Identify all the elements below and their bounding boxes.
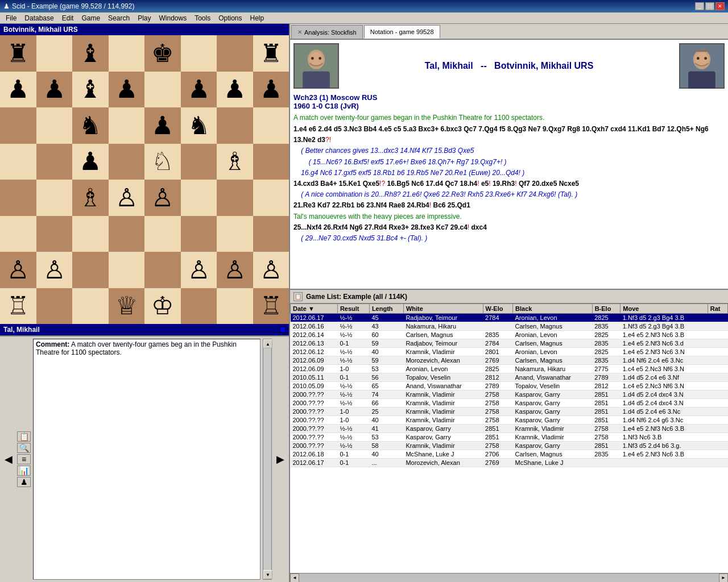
scroll-down-arrow[interactable]: ▼ xyxy=(263,570,272,579)
square-b3[interactable] xyxy=(36,216,73,252)
square-a5[interactable] xyxy=(0,144,36,180)
table-row[interactable]: 2012.06.16½-½43Nakamura, HikaruCarlsen, … xyxy=(291,322,728,331)
square-f2[interactable]: ♙ xyxy=(181,252,217,288)
square-d6[interactable] xyxy=(109,107,145,144)
table-row[interactable]: 2000.??.??½-½58Kramnik, Vladimir2758Kasp… xyxy=(291,442,728,450)
square-b1[interactable] xyxy=(36,288,73,325)
square-b5[interactable] xyxy=(36,144,73,180)
square-d5[interactable] xyxy=(109,144,145,180)
square-e5[interactable]: ♘ xyxy=(144,144,181,180)
close-button[interactable]: ✕ xyxy=(715,2,725,10)
square-h3[interactable] xyxy=(253,216,289,252)
square-b2[interactable]: ♙ xyxy=(36,252,73,288)
menu-help[interactable]: Help xyxy=(247,13,268,23)
col-length[interactable]: Length xyxy=(369,304,403,314)
nav-prev-button[interactable]: ◀ xyxy=(2,339,15,580)
square-d3[interactable] xyxy=(109,216,145,252)
col-white[interactable]: White xyxy=(403,304,483,314)
square-e8[interactable]: ♚ xyxy=(144,35,181,72)
scroll-track-h[interactable] xyxy=(299,573,719,583)
table-row[interactable]: 2000.??.??1-025Kramnik, Vladimir2758Kasp… xyxy=(291,408,728,416)
chess-board[interactable]: ♜ ♝ ♚ ♜ ♟ ♟ ♝ ♟ ♟ ♟ ♟ ♞ xyxy=(0,35,289,324)
square-e1[interactable]: ♔ xyxy=(144,288,181,325)
square-e3[interactable] xyxy=(144,216,181,252)
minimize-button[interactable]: _ xyxy=(695,2,704,10)
square-c1[interactable] xyxy=(72,288,109,325)
square-e4[interactable]: ♙ xyxy=(144,180,181,216)
scroll-thumb[interactable] xyxy=(263,348,271,570)
square-c8[interactable]: ♝ xyxy=(72,35,109,72)
scroll-up-arrow[interactable]: ▲ xyxy=(263,339,272,348)
board-icon-button[interactable]: ♟ xyxy=(17,477,31,487)
col-belo[interactable]: B-Elo xyxy=(592,304,621,314)
tab-close-analysis[interactable]: ✕ xyxy=(297,29,302,35)
bottom-scrollbar[interactable]: ◄ ► xyxy=(290,573,728,582)
col-result[interactable]: Result xyxy=(337,304,369,314)
maximize-button[interactable]: □ xyxy=(705,2,714,10)
table-row[interactable]: 2000.??.??½-½66Kramnik, Vladimir2758Kasp… xyxy=(291,399,728,408)
square-g5[interactable]: ♗ xyxy=(217,144,253,180)
table-row[interactable]: 2010.05.09½-½65Anand, Viswanathar2789Top… xyxy=(291,382,728,390)
square-a3[interactable] xyxy=(0,216,36,252)
square-e7[interactable] xyxy=(144,72,181,108)
square-f6[interactable]: ♞ xyxy=(181,107,217,144)
lines-icon-button[interactable]: ≡ xyxy=(17,454,31,464)
square-g4[interactable] xyxy=(217,180,253,216)
menu-options[interactable]: Options xyxy=(215,13,245,23)
square-c2[interactable] xyxy=(72,252,109,288)
square-c3[interactable] xyxy=(72,216,109,252)
table-row[interactable]: 2012.06.091-053Aronian, Levon2825Nakamur… xyxy=(291,365,728,373)
square-h1[interactable]: ♖ xyxy=(253,288,289,325)
table-row[interactable]: 2010.05.110-156Topalov, Veselin2812Anand… xyxy=(291,373,728,382)
scroll-right-arrow[interactable]: ► xyxy=(719,573,728,583)
table-row[interactable]: 2000.??.??½-½74Kramnik, Vladimir2758Kasp… xyxy=(291,390,728,399)
menu-game[interactable]: Game xyxy=(78,13,104,23)
square-c5[interactable]: ♟ xyxy=(72,144,109,180)
square-h6[interactable] xyxy=(253,107,289,144)
square-a7[interactable]: ♟ xyxy=(0,72,36,108)
tab-analysis-label[interactable]: Analysis: Stockfish xyxy=(304,29,357,36)
scroll-left-arrow[interactable]: ◄ xyxy=(290,573,299,583)
square-g6[interactable] xyxy=(217,107,253,144)
table-row[interactable]: 2012.06.170-1...Morozevich, Alexan2769Mc… xyxy=(291,459,728,467)
menu-file[interactable]: File xyxy=(2,13,20,23)
table-row[interactable]: 2012.06.17½-½45Radjabov, Teimour2784Aron… xyxy=(291,314,728,322)
comment-scrollbar[interactable]: ▲ ▼ xyxy=(263,339,272,580)
table-row[interactable]: 2012.06.12½-½40Kramnik, Vladimir2801Aron… xyxy=(291,348,728,356)
table-row[interactable]: 2012.06.130-159Radjabov, Teimour2784Carl… xyxy=(291,339,728,348)
square-a2[interactable]: ♙ xyxy=(0,252,36,288)
square-c6[interactable]: ♞ xyxy=(72,107,109,144)
square-a4[interactable] xyxy=(0,180,36,216)
square-f1[interactable] xyxy=(181,288,217,325)
square-h4[interactable] xyxy=(253,180,289,216)
square-c4[interactable]: ♗ xyxy=(72,180,109,216)
square-h7[interactable]: ♟ xyxy=(253,72,289,108)
book-icon-button[interactable]: 📋 xyxy=(17,431,31,442)
square-g7[interactable]: ♟ xyxy=(217,72,253,108)
square-h8[interactable]: ♜ xyxy=(253,35,289,72)
table-row[interactable]: 2012.06.14½-½60Carlsen, Magnus2835Aronia… xyxy=(291,331,728,339)
square-f8[interactable] xyxy=(181,35,217,72)
table-row[interactable]: 2012.06.180-140McShane, Luke J2706Carlse… xyxy=(291,450,728,459)
square-f5[interactable] xyxy=(181,144,217,180)
square-d8[interactable] xyxy=(109,35,145,72)
tab-notation-label[interactable]: Notation - game 99528 xyxy=(370,28,434,35)
square-e2[interactable] xyxy=(144,252,181,288)
col-date[interactable]: Date ▼ xyxy=(291,304,338,314)
chart-icon-button[interactable]: 📊 xyxy=(17,465,31,476)
col-rating[interactable]: Rat xyxy=(708,304,727,314)
menu-tools[interactable]: Tools xyxy=(191,13,214,23)
menu-search[interactable]: Search xyxy=(105,13,133,23)
square-d7[interactable]: ♟ xyxy=(109,72,145,108)
square-g2[interactable]: ♙ xyxy=(217,252,253,288)
square-d2[interactable] xyxy=(109,252,145,288)
menu-edit[interactable]: Edit xyxy=(59,13,77,23)
tab-notation[interactable]: Notation - game 99528 xyxy=(364,25,440,39)
col-welo[interactable]: W-Elo xyxy=(483,304,512,314)
menu-database[interactable]: Database xyxy=(21,13,57,23)
square-f4[interactable] xyxy=(181,180,217,216)
gamelist-table-wrapper[interactable]: Date ▼ Result Length White W-Elo Black B… xyxy=(290,304,728,573)
square-g8[interactable] xyxy=(217,35,253,72)
table-row[interactable]: 2000.??.??½-½53Kasparov, Garry2851Kramni… xyxy=(291,433,728,442)
square-f7[interactable]: ♟ xyxy=(181,72,217,108)
